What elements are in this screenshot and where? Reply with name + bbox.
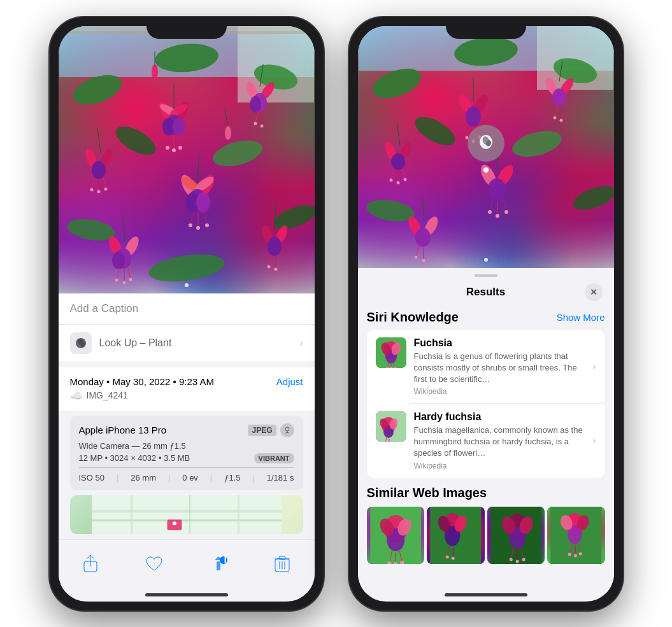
svg-point-211 bbox=[515, 560, 518, 563]
siri-results-card: Fuchsia Fuchsia is a genus of flowering … bbox=[367, 330, 605, 478]
similar-images-grid bbox=[367, 507, 605, 564]
hardy-fuchsia-source: Wikipedia bbox=[414, 461, 585, 470]
map-area[interactable] bbox=[70, 495, 303, 534]
svg-point-223 bbox=[579, 552, 582, 555]
lens-details: Wide Camera — 26 mm ƒ1.5 bbox=[79, 441, 294, 451]
svg-line-51 bbox=[190, 211, 194, 225]
svg-point-116 bbox=[466, 106, 481, 127]
svg-line-137 bbox=[403, 169, 405, 179]
home-bar bbox=[145, 593, 228, 596]
svg-point-74 bbox=[267, 265, 270, 268]
svg-point-17 bbox=[173, 118, 185, 136]
svg-point-28 bbox=[250, 96, 261, 113]
hardy-fuchsia-thumbnail bbox=[376, 411, 406, 442]
svg-point-42 bbox=[104, 187, 107, 190]
svg-point-126 bbox=[552, 88, 566, 106]
svg-point-158 bbox=[422, 258, 425, 262]
cloud-icon: ☁️ bbox=[70, 390, 83, 402]
camera-model: Apple iPhone 13 Pro bbox=[79, 425, 167, 435]
flower-photo[interactable] bbox=[59, 26, 315, 293]
svg-line-72 bbox=[269, 255, 271, 266]
phone-1-screen: Add a Caption Look Up – Plant › bbox=[59, 26, 315, 602]
svg-point-150 bbox=[504, 210, 508, 214]
svg-point-41 bbox=[97, 190, 100, 193]
similar-image-2[interactable] bbox=[427, 507, 485, 564]
svg-point-154 bbox=[415, 228, 431, 247]
svg-rect-95 bbox=[217, 561, 220, 570]
similar-image-1[interactable] bbox=[367, 507, 425, 564]
lookup-row[interactable]: Look Up – Plant › bbox=[59, 325, 315, 362]
favorite-button[interactable] bbox=[140, 550, 168, 578]
svg-rect-89 bbox=[131, 495, 132, 534]
svg-point-212 bbox=[522, 558, 525, 561]
caption-input[interactable]: Add a Caption bbox=[59, 293, 315, 325]
similar-image-3[interactable] bbox=[487, 507, 545, 564]
show-more-button[interactable]: Show More bbox=[557, 312, 605, 323]
sheet-close-button[interactable]: ✕ bbox=[585, 283, 603, 301]
vibrant-badge: VIBRANT bbox=[254, 453, 294, 463]
ev-value: 0 ev bbox=[182, 473, 198, 483]
svg-point-129 bbox=[553, 116, 556, 119]
svg-rect-86 bbox=[92, 495, 281, 534]
svg-point-50 bbox=[196, 192, 210, 213]
svg-point-148 bbox=[488, 210, 492, 214]
sheet-title: Results bbox=[466, 286, 505, 299]
svg-line-147 bbox=[503, 199, 506, 211]
resolution-row: 12 MP • 3024 × 4032 • 3.5 MB VIBRANT bbox=[79, 453, 294, 463]
svg-line-155 bbox=[416, 246, 418, 257]
svg-rect-87 bbox=[92, 509, 281, 512]
svg-point-138 bbox=[389, 178, 392, 181]
siri-knowledge-section: Siri Knowledge Show More bbox=[367, 305, 605, 478]
svg-line-131 bbox=[397, 122, 400, 146]
svg-point-79 bbox=[225, 126, 231, 140]
filename-row: ☁️ IMG_4241 bbox=[70, 390, 303, 402]
flower-photo-2[interactable] bbox=[358, 26, 614, 268]
svg-line-29 bbox=[255, 111, 258, 123]
sheet-content: Siri Knowledge Show More bbox=[358, 305, 614, 593]
meta-section: Monday • May 30, 2022 • 9:23 AM Adjust ☁… bbox=[59, 367, 315, 411]
similar-images-section: Similar Web Images bbox=[367, 486, 605, 564]
iso-value: ISO 50 bbox=[79, 473, 104, 483]
camera-top-row: Apple iPhone 13 Pro JPEG bbox=[79, 423, 294, 437]
svg-point-61 bbox=[112, 251, 125, 269]
svg-line-37 bbox=[92, 178, 94, 189]
svg-line-145 bbox=[490, 199, 493, 211]
svg-line-62 bbox=[117, 268, 119, 279]
share-button[interactable] bbox=[76, 550, 104, 578]
focal-value: 26 mm bbox=[131, 473, 156, 483]
geo-icon[interactable] bbox=[280, 423, 294, 437]
svg-point-71 bbox=[268, 237, 282, 256]
svg-point-21 bbox=[166, 146, 169, 150]
notch bbox=[147, 17, 227, 39]
svg-line-39 bbox=[103, 178, 106, 188]
exif-row: ISO 50 | 26 mm | 0 ev | ƒ1.5 | 1/181 s bbox=[79, 467, 294, 483]
svg-point-221 bbox=[568, 553, 571, 556]
phone-1: Add a Caption Look Up – Plant › bbox=[50, 17, 324, 610]
fuchsia-thumbnail bbox=[376, 337, 406, 368]
svg-point-31 bbox=[254, 122, 257, 125]
delete-button[interactable] bbox=[268, 550, 296, 578]
siri-header: Siri Knowledge Show More bbox=[367, 305, 605, 330]
svg-point-66 bbox=[122, 281, 125, 284]
adjust-button[interactable]: Adjust bbox=[276, 376, 303, 387]
svg-point-54 bbox=[189, 223, 192, 227]
jpeg-badge: JPEG bbox=[248, 425, 276, 436]
svg-point-9 bbox=[147, 250, 225, 285]
svg-point-110 bbox=[509, 126, 564, 161]
siri-item-hardy-fuchsia[interactable]: Hardy fuchsia Fuchsia magellanica, commo… bbox=[367, 404, 605, 478]
svg-point-36 bbox=[92, 161, 106, 179]
lookup-chevron: › bbox=[299, 337, 303, 349]
visual-look-button[interactable] bbox=[468, 125, 504, 162]
info-button[interactable]: i bbox=[204, 550, 232, 578]
hardy-fuchsia-desc: Fuchsia magellanica, commonly known as t… bbox=[414, 425, 585, 460]
svg-point-149 bbox=[496, 214, 499, 218]
similar-image-4[interactable] bbox=[547, 507, 605, 564]
svg-point-144 bbox=[488, 178, 506, 200]
svg-point-210 bbox=[509, 558, 512, 561]
svg-point-222 bbox=[574, 554, 577, 557]
phone-2: Results ✕ Siri Knowledge Show More bbox=[349, 17, 623, 610]
svg-rect-91 bbox=[238, 495, 239, 534]
page-dot-2 bbox=[484, 258, 488, 262]
svg-line-135 bbox=[391, 169, 394, 180]
siri-item-fuchsia[interactable]: Fuchsia Fuchsia is a genus of flowering … bbox=[367, 330, 605, 404]
